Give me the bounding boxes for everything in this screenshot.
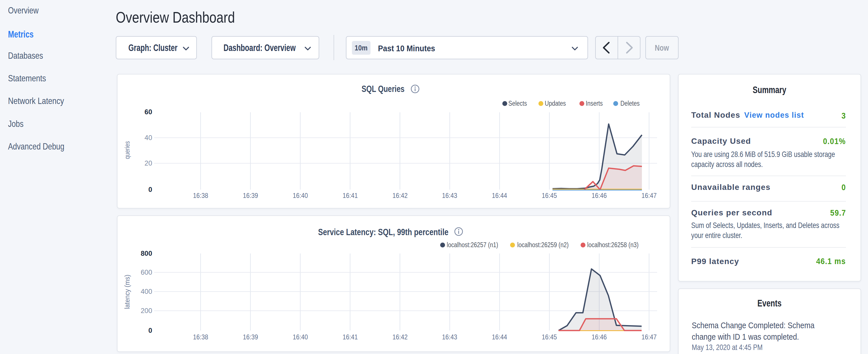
svg-text:queries: queries bbox=[124, 141, 131, 159]
svg-text:latency (ms): latency (ms) bbox=[124, 275, 131, 309]
